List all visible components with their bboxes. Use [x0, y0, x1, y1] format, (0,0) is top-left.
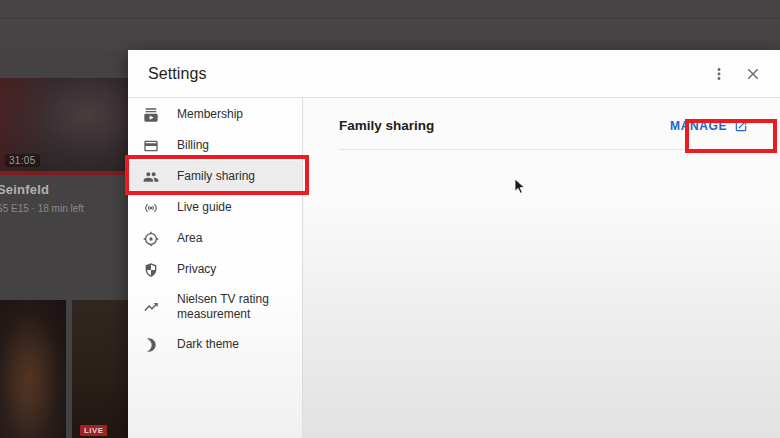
sidebar-item-label: Dark theme [177, 337, 239, 352]
screen: 31:05 Seinfeld S5 E15 · 18 min left LIVE… [0, 0, 780, 438]
area-icon [143, 231, 159, 247]
sidebar-item-label: Area [177, 231, 202, 246]
sidebar-item-label: Billing [177, 138, 209, 153]
now-playing-subtitle: S5 E15 · 18 min left [0, 203, 131, 214]
sidebar-item-dark-theme[interactable]: Dark theme [128, 329, 302, 360]
sidebar-item-label: Family sharing [177, 169, 255, 184]
sidebar-item-live-guide[interactable]: Live guide [128, 192, 302, 223]
sidebar-item-privacy[interactable]: Privacy [128, 254, 302, 285]
family-sharing-row: Family sharing MANAGE [339, 118, 756, 150]
external-link-icon [734, 119, 748, 133]
sidebar-item-nielsen-rating[interactable]: Nielsen TV rating measurement [128, 285, 302, 329]
settings-sidebar: Membership Billing Family sharing [128, 98, 303, 438]
live-guide-icon [143, 200, 159, 216]
sidebar-item-billing[interactable]: Billing [128, 130, 302, 161]
nielsen-rating-icon [143, 299, 159, 315]
dark-theme-icon [143, 337, 159, 353]
dialog-title: Settings [148, 65, 207, 83]
now-playing-thumbnail[interactable]: 31:05 [0, 78, 128, 175]
sidebar-item-area[interactable]: Area [128, 223, 302, 254]
now-playing-title: Seinfeld [0, 182, 127, 197]
sidebar-item-family-sharing[interactable]: Family sharing [128, 161, 302, 192]
sidebar-item-label: Live guide [177, 200, 232, 215]
content-tile-live[interactable]: LIVE [72, 300, 128, 438]
watch-progress-bar [0, 171, 128, 175]
family-sharing-pane: Family sharing MANAGE [303, 98, 780, 438]
membership-icon [143, 107, 159, 123]
billing-icon [143, 138, 159, 154]
manage-button-label: MANAGE [670, 119, 727, 133]
background-topbar-divider [0, 18, 780, 19]
pane-heading: Family sharing [339, 118, 434, 133]
close-icon[interactable] [740, 61, 766, 87]
live-badge: LIVE [80, 425, 107, 436]
settings-dialog: Settings Membership [128, 50, 780, 438]
kebab-menu-icon[interactable] [706, 61, 732, 87]
content-tile[interactable] [0, 300, 66, 438]
dialog-body: Membership Billing Family sharing [128, 98, 780, 438]
dialog-header: Settings [128, 50, 780, 98]
sidebar-item-label: Privacy [177, 262, 216, 277]
manage-button[interactable]: MANAGE [670, 119, 748, 133]
sidebar-item-label: Nielsen TV rating measurement [177, 292, 289, 322]
video-timestamp: 31:05 [5, 154, 40, 167]
privacy-icon [143, 262, 159, 278]
sidebar-item-label: Membership [177, 107, 243, 122]
sidebar-item-membership[interactable]: Membership [128, 99, 302, 130]
family-sharing-icon [143, 169, 159, 185]
